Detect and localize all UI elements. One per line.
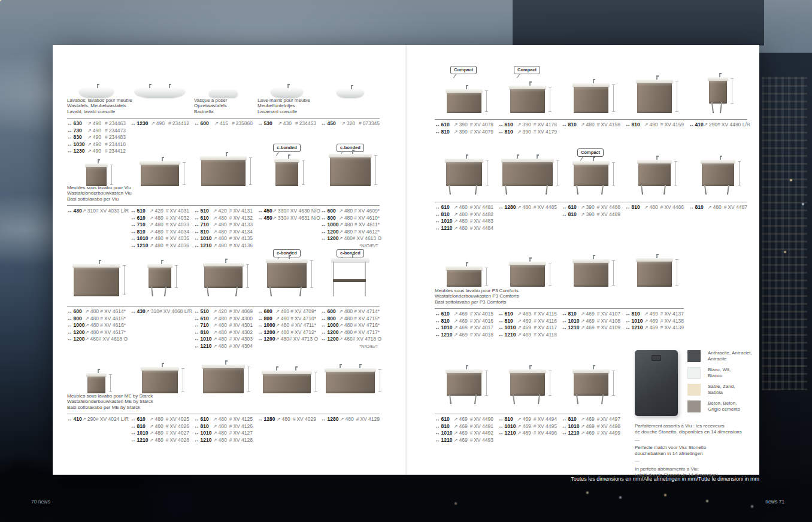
spec-list: ↔610↗469#XV 4490↔810↗469#XV 4491↔1010↗46… (435, 412, 493, 444)
spec-article-value: XV 4129 (360, 416, 380, 422)
spec-depth: ↗310 (146, 308, 159, 315)
spec-width: ↔810 (498, 318, 517, 325)
spec-depth-value: 480 (459, 225, 468, 231)
width-arrow-icon: ↔ (562, 430, 567, 436)
spec-article-number: #XV 4131 (229, 208, 253, 215)
spec-article-number: #XV 4116 (534, 318, 557, 325)
vanity-body (447, 270, 481, 287)
hash-icon: # (470, 225, 473, 231)
row-cells: Meubles sous lavabo pour ViuWastafelonde… (67, 141, 384, 249)
width-arrow-icon: ↔ (562, 416, 567, 422)
spec-depth: ↗469 (644, 318, 660, 325)
spec-width: ↔430 (131, 308, 146, 315)
product-image-slot (625, 250, 684, 287)
badge-slot (67, 246, 126, 256)
legend-separator: — (635, 459, 755, 465)
depth-arrow-icon: ↗ (339, 221, 343, 227)
product-image-slot (689, 72, 747, 113)
product-illustration (574, 83, 608, 113)
product-illustration (638, 160, 671, 195)
spec-width-value: 810 (201, 423, 209, 429)
spec-article-value: XV 4718 O (356, 336, 381, 342)
spec-depth: ↗480 (149, 235, 165, 242)
product-illustration (502, 159, 553, 195)
width-arrow-icon: ↔ (498, 122, 504, 128)
product-title (562, 113, 620, 118)
vanity-body (74, 268, 119, 296)
width-arrow-icon: ↔ (562, 311, 567, 317)
washbasin-shape (337, 89, 364, 98)
spec-depth-value: 480 (344, 215, 353, 221)
spec-row: ↔1000↗480#XV 4711* (257, 322, 316, 329)
dimension-line (613, 84, 614, 112)
spec-row: ↔1010↗469#XV 4498 (562, 423, 620, 430)
spec-width-value: 610 (137, 215, 146, 221)
vanity-body (702, 163, 734, 186)
catalog-row: Meubles sous lavabo pour ViuWastafelonde… (67, 141, 384, 249)
spec-row: ↔1000↗480#XV 4611* (321, 221, 380, 229)
width-arrow-icon: ↔ (67, 416, 72, 422)
spec-article-number: #XV 4079 (470, 129, 493, 136)
product-column: ↔600↗480#XV 4614*↔800↗480#XV 4615*↔1000↗… (67, 246, 126, 350)
faucet-icon (276, 366, 277, 371)
spec-list: ↔600↗415#235860 (194, 117, 253, 128)
width-arrow-icon: ↔ (257, 208, 263, 214)
spec-depth: ↗469 (517, 318, 534, 325)
hash-icon: # (290, 329, 293, 335)
spec-width: ↔710 (194, 322, 213, 329)
spec-article-value: XV 4494 (537, 416, 557, 422)
width-arrow-icon: ↔ (194, 329, 199, 335)
spec-width-value: 1210 (201, 343, 212, 349)
catalog-row: Meubles sous lavabo pour ME by StarckWas… (67, 351, 384, 444)
hash-icon: # (597, 423, 600, 429)
spec-row: ↔610↗480#XV 4032 (131, 215, 189, 222)
product-column: Meubles sous lavabo pour ME by StarckWas… (67, 351, 126, 444)
product-title (562, 195, 620, 201)
spec-article-number: #XV 4718 O (353, 336, 381, 343)
faucet-icon (719, 73, 720, 77)
spec-width-value: 600 (328, 308, 336, 314)
product-image-slot (498, 362, 557, 404)
spec-width-value: 800 (74, 315, 82, 321)
width-arrow-icon: ↔ (625, 122, 631, 128)
spec-depth-value: 480 (219, 229, 227, 235)
spec-row: ↔1210↗480#XV 4484 (435, 225, 493, 232)
product-title (194, 186, 253, 204)
width-arrow-icon: ↔ (194, 322, 199, 328)
product-title (498, 195, 557, 201)
row-cells: ↔610↗469#XV 4490↔810↗469#XV 4491↔1010↗46… (435, 362, 625, 444)
spec-depth-value: 469 (586, 423, 595, 429)
spec-width: ↔450 (257, 215, 272, 222)
spec-row: ↔1230↗490#234412 (131, 120, 189, 128)
spec-width: ↔1010 (194, 336, 213, 343)
spec-article-number: #XV 4494 (534, 416, 557, 423)
spec-depth: ↗490 (87, 134, 105, 141)
spec-depth: ↗469 (453, 324, 469, 332)
spec-depth: ↗480 (275, 322, 291, 329)
spec-width: ↔430 (67, 208, 82, 215)
width-arrow-icon: ↔ (435, 423, 440, 429)
product-illustration (637, 258, 672, 287)
hash-icon: # (354, 315, 357, 321)
width-arrow-icon: ↔ (131, 215, 136, 221)
hash-icon: # (232, 120, 235, 126)
vanity-body (141, 165, 179, 186)
vanity-leg (505, 185, 507, 195)
spec-depth-value: 480 (586, 122, 595, 128)
spec-depth-value: 415 (220, 120, 228, 126)
spec-depth: ↗320 (341, 120, 359, 128)
spec-depth-value: 480 (459, 211, 468, 217)
product-title-line: Wastafelonderbouwkasten Viu (67, 190, 126, 196)
spec-article-value: XV 4027 (169, 430, 189, 436)
spec-width: ↔810 (131, 423, 149, 430)
catalog-row: Meubles sous lavabo pour P3 ComfortsWast… (435, 250, 689, 338)
spec-row: ↔1210↗469#XV 4109 (562, 324, 620, 332)
spec-article-number: #XV 4035 (166, 235, 189, 242)
spec-depth-value: 469 (523, 332, 531, 338)
spec-article-number: #XV 4032 (166, 215, 189, 222)
product-illustration (87, 373, 105, 393)
hash-icon: # (229, 208, 232, 214)
product-title (498, 287, 557, 307)
faucet-icon (226, 152, 227, 156)
depth-arrow-icon: ↗ (580, 423, 584, 429)
